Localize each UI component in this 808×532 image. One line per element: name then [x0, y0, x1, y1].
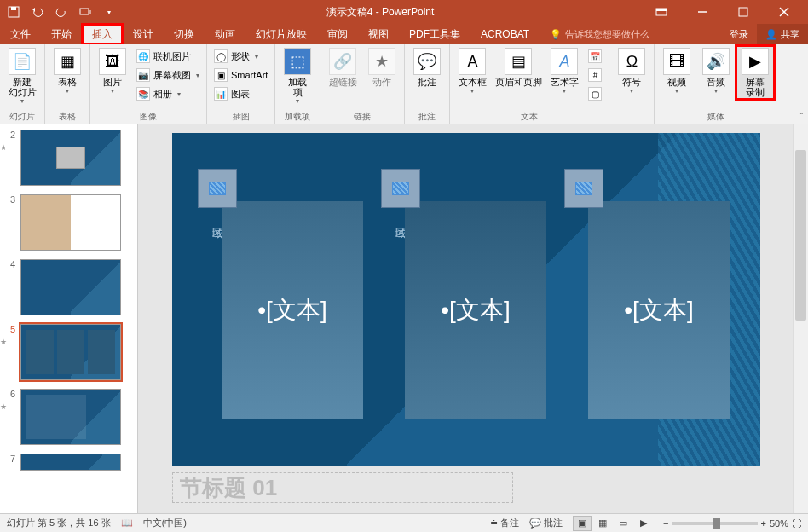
- thumbnail-5[interactable]: ★5: [0, 322, 137, 382]
- section-title-placeholder[interactable]: 节标题 01: [172, 472, 513, 503]
- card-2-small-placeholder[interactable]: [381, 169, 420, 208]
- symbols-button[interactable]: Ω符号▾: [613, 46, 650, 96]
- date-time-button[interactable]: 📅: [586, 48, 603, 65]
- chart-icon: 📊: [214, 87, 228, 101]
- window-title: 演示文稿4 - PowerPoint: [116, 5, 644, 20]
- screenshot-icon: 📷: [136, 68, 150, 82]
- action-button[interactable]: ★动作: [363, 46, 401, 89]
- ribbon-display-icon[interactable]: [644, 0, 678, 24]
- zoom-level[interactable]: 50%: [770, 518, 788, 529]
- qat-customize-icon[interactable]: ▾: [102, 5, 116, 19]
- language-indicator[interactable]: 中文(中国): [143, 517, 187, 529]
- svg-rect-6: [739, 8, 747, 16]
- slideshow-view-button[interactable]: ▶: [634, 516, 653, 531]
- card-1[interactable]: 区域 •[文本]: [198, 169, 364, 421]
- sorter-view-button[interactable]: ▦: [593, 516, 612, 531]
- login-button[interactable]: 登录: [721, 24, 757, 44]
- slide-thumbnails-panel[interactable]: ★2 3 4 ★5 ★6 7: [0, 124, 138, 513]
- slide-canvas-area[interactable]: 区域 •[文本] 区域 •[文本] •[文本] 节标题 01: [138, 124, 808, 513]
- wordart-button[interactable]: A艺术字▾: [545, 46, 583, 96]
- status-bar: 幻灯片 第 5 张，共 16 张 📖 中文(中国) ≐ 备注 💬 批注 ▣ ▦ …: [0, 513, 808, 532]
- tab-transitions[interactable]: 切换: [164, 24, 205, 44]
- normal-view-button[interactable]: ▣: [573, 516, 592, 531]
- slide[interactable]: 区域 •[文本] 区域 •[文本] •[文本]: [172, 133, 760, 466]
- addins-button[interactable]: ⬚加载项▾: [279, 46, 316, 107]
- shapes-icon: ◯: [214, 49, 228, 63]
- group-label-slides: 幻灯片: [3, 110, 41, 124]
- collapse-ribbon-icon[interactable]: ˆ: [800, 113, 803, 122]
- omega-icon: Ω: [618, 48, 645, 75]
- zoom-slider[interactable]: [672, 522, 758, 525]
- start-from-beginning-icon[interactable]: [78, 5, 92, 19]
- tab-view[interactable]: 视图: [358, 24, 399, 44]
- tab-design[interactable]: 设计: [123, 24, 164, 44]
- thumbnail-7[interactable]: 7: [0, 452, 137, 472]
- date-time-icon: 📅: [588, 49, 602, 63]
- table-icon: ▦: [54, 48, 81, 75]
- card-1-text-placeholder[interactable]: •[文本]: [222, 201, 363, 419]
- chart-button[interactable]: 📊图表: [212, 85, 269, 102]
- tab-acrobat[interactable]: ACROBAT: [470, 24, 540, 44]
- audio-button[interactable]: 🔊音频▾: [697, 46, 735, 96]
- comment-button[interactable]: 💬批注: [408, 46, 446, 89]
- card-2-text-placeholder[interactable]: •[文本]: [405, 201, 546, 419]
- save-icon[interactable]: [7, 5, 20, 19]
- reading-view-button[interactable]: ▭: [614, 516, 632, 531]
- online-pictures-icon: 🌐: [136, 49, 150, 63]
- tab-review[interactable]: 审阅: [317, 24, 358, 44]
- zoom-out-button[interactable]: −: [663, 518, 668, 529]
- screen-recording-button[interactable]: ▶屏幕录制: [736, 46, 774, 99]
- thumbnail-2[interactable]: ★2: [0, 128, 137, 188]
- hyperlink-icon: 🔗: [329, 48, 356, 75]
- shapes-button[interactable]: ◯形状▾: [212, 48, 269, 65]
- online-pictures-button[interactable]: 🌐联机图片: [135, 48, 201, 65]
- tab-insert[interactable]: 插入: [82, 24, 123, 44]
- thumbnail-6[interactable]: ★6: [0, 387, 137, 447]
- video-button[interactable]: 🎞视频▾: [658, 46, 695, 96]
- audio-icon: 🔊: [702, 48, 730, 75]
- hyperlink-button[interactable]: 🔗超链接: [324, 46, 361, 89]
- photo-album-button[interactable]: 📚相册▾: [135, 85, 201, 102]
- vertical-scrollbar[interactable]: [793, 124, 808, 513]
- card-3-small-placeholder[interactable]: [564, 169, 603, 208]
- textbox-button[interactable]: A文本框▾: [453, 46, 491, 96]
- tab-slideshow[interactable]: 幻灯片放映: [245, 24, 317, 44]
- ribbon-tabs: 文件 开始 插入 设计 切换 动画 幻灯片放映 审阅 视图 PDF工具集 ACR…: [0, 24, 808, 44]
- header-footer-button[interactable]: ▤页眉和页脚: [493, 46, 544, 89]
- group-label-text: 文本: [453, 110, 605, 124]
- group-label-illustrations: 插图: [211, 110, 271, 124]
- zoom-in-button[interactable]: +: [761, 518, 766, 529]
- tell-me[interactable]: 💡告诉我您想要做什么: [540, 24, 721, 44]
- tab-animations[interactable]: 动画: [205, 24, 245, 44]
- undo-icon[interactable]: [31, 5, 44, 19]
- thumbnail-3[interactable]: 3: [0, 193, 137, 252]
- notes-button[interactable]: ≐ 备注: [490, 517, 519, 529]
- maximize-icon[interactable]: [726, 0, 760, 24]
- smartart-icon: ▣: [214, 68, 228, 82]
- card-2[interactable]: 区域 •[文本]: [381, 169, 547, 421]
- spellcheck-icon[interactable]: 📖: [121, 518, 133, 529]
- tab-home[interactable]: 开始: [41, 24, 82, 44]
- new-slide-button[interactable]: 📄新建幻灯片▾: [3, 46, 41, 107]
- image-placeholder-icon: [209, 182, 226, 195]
- card-3-text-placeholder[interactable]: •[文本]: [588, 201, 730, 419]
- slide-number-button[interactable]: #: [586, 66, 603, 84]
- card-3[interactable]: •[文本]: [564, 169, 730, 421]
- video-icon: 🎞: [663, 48, 690, 75]
- tab-file[interactable]: 文件: [0, 24, 41, 44]
- smartart-button[interactable]: ▣SmartArt: [212, 66, 269, 84]
- fit-to-window-button[interactable]: ⛶: [792, 518, 801, 529]
- minimize-icon[interactable]: [685, 0, 719, 24]
- pictures-button[interactable]: 🖼图片▾: [94, 46, 131, 96]
- group-label-links: 链接: [324, 110, 401, 124]
- card-1-small-placeholder[interactable]: [198, 169, 237, 208]
- share-button[interactable]: 👤共享: [757, 24, 808, 44]
- object-button[interactable]: ▢: [586, 85, 603, 102]
- screenshot-button[interactable]: 📷屏幕截图▾: [135, 66, 201, 84]
- table-button[interactable]: ▦表格▾: [49, 46, 86, 96]
- redo-icon[interactable]: [55, 5, 68, 19]
- tab-pdftools[interactable]: PDF工具集: [399, 24, 470, 44]
- comments-button[interactable]: 💬 批注: [529, 517, 563, 529]
- thumbnail-4[interactable]: 4: [0, 257, 137, 317]
- close-icon[interactable]: [767, 0, 801, 24]
